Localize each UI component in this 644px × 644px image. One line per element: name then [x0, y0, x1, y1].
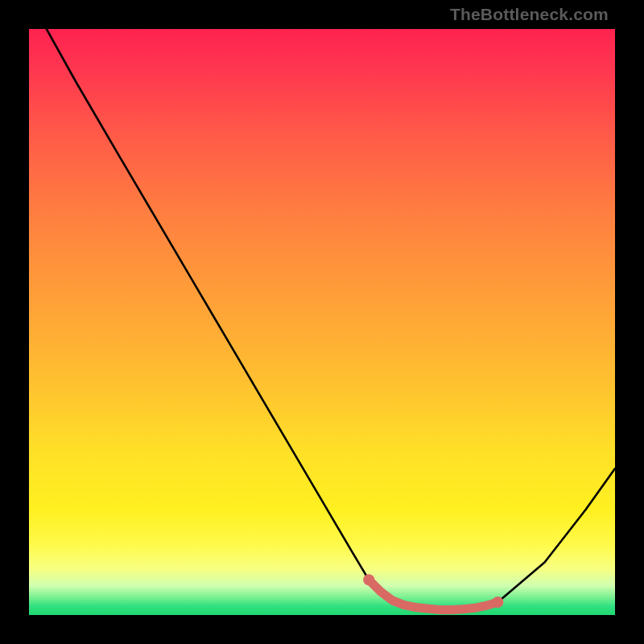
chart-highlight-endpoint	[492, 597, 503, 608]
chart-highlight-line	[369, 580, 497, 609]
watermark-text: TheBottleneck.com	[450, 5, 609, 24]
chart-plot-area	[29, 29, 615, 615]
chart-highlight-endpoint	[363, 574, 374, 585]
chart-svg	[29, 29, 615, 615]
chart-line-curve	[47, 29, 615, 609]
chart-highlight-band	[363, 574, 503, 609]
